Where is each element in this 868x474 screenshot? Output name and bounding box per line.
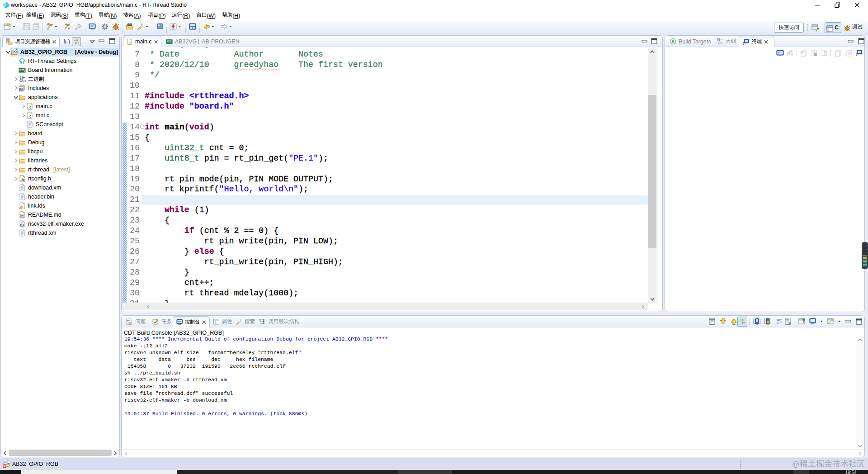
svg-text:.c: .c — [128, 40, 131, 44]
svg-text:.h: .h — [20, 177, 24, 182]
svg-text:RT: RT — [5, 4, 8, 7]
svg-text:h: h — [20, 88, 22, 91]
svg-text:.c: .c — [28, 114, 32, 118]
svg-text:RT: RT — [19, 60, 25, 65]
svg-text:C: C — [15, 49, 18, 52]
svg-text:01: 01 — [23, 80, 26, 83]
svg-text:.c: .c — [28, 105, 32, 109]
svg-text:W: W — [21, 214, 24, 217]
svg-text:010: 010 — [19, 224, 24, 227]
svg-text:C: C — [8, 461, 10, 464]
